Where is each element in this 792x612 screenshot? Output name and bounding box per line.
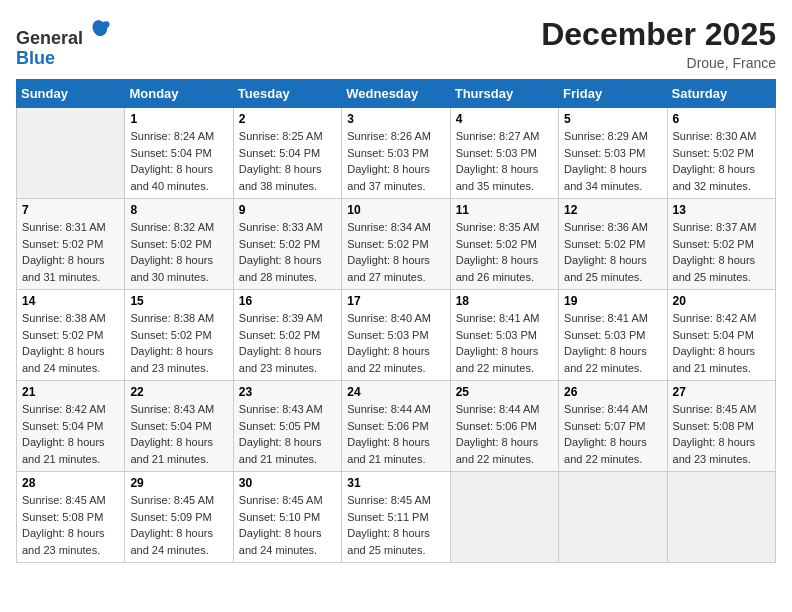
day-number: 17 bbox=[347, 294, 444, 308]
day-number: 26 bbox=[564, 385, 661, 399]
day-info: Sunrise: 8:31 AMSunset: 5:02 PMDaylight:… bbox=[22, 219, 119, 285]
week-row-4: 21Sunrise: 8:42 AMSunset: 5:04 PMDayligh… bbox=[17, 381, 776, 472]
day-info: Sunrise: 8:39 AMSunset: 5:02 PMDaylight:… bbox=[239, 310, 336, 376]
day-info: Sunrise: 8:40 AMSunset: 5:03 PMDaylight:… bbox=[347, 310, 444, 376]
day-cell: 1Sunrise: 8:24 AMSunset: 5:04 PMDaylight… bbox=[125, 108, 233, 199]
day-info: Sunrise: 8:37 AMSunset: 5:02 PMDaylight:… bbox=[673, 219, 770, 285]
day-info: Sunrise: 8:30 AMSunset: 5:02 PMDaylight:… bbox=[673, 128, 770, 194]
logo-blue: Blue bbox=[16, 48, 55, 68]
day-info: Sunrise: 8:35 AMSunset: 5:02 PMDaylight:… bbox=[456, 219, 553, 285]
calendar-table: SundayMondayTuesdayWednesdayThursdayFrid… bbox=[16, 79, 776, 563]
day-cell: 13Sunrise: 8:37 AMSunset: 5:02 PMDayligh… bbox=[667, 199, 775, 290]
day-cell: 11Sunrise: 8:35 AMSunset: 5:02 PMDayligh… bbox=[450, 199, 558, 290]
day-info: Sunrise: 8:44 AMSunset: 5:07 PMDaylight:… bbox=[564, 401, 661, 467]
day-cell: 4Sunrise: 8:27 AMSunset: 5:03 PMDaylight… bbox=[450, 108, 558, 199]
day-cell: 20Sunrise: 8:42 AMSunset: 5:04 PMDayligh… bbox=[667, 290, 775, 381]
day-number: 3 bbox=[347, 112, 444, 126]
day-cell: 16Sunrise: 8:39 AMSunset: 5:02 PMDayligh… bbox=[233, 290, 341, 381]
day-cell: 21Sunrise: 8:42 AMSunset: 5:04 PMDayligh… bbox=[17, 381, 125, 472]
day-number: 19 bbox=[564, 294, 661, 308]
day-number: 28 bbox=[22, 476, 119, 490]
day-cell: 3Sunrise: 8:26 AMSunset: 5:03 PMDaylight… bbox=[342, 108, 450, 199]
day-cell: 17Sunrise: 8:40 AMSunset: 5:03 PMDayligh… bbox=[342, 290, 450, 381]
day-number: 30 bbox=[239, 476, 336, 490]
day-cell bbox=[17, 108, 125, 199]
logo: General Blue bbox=[16, 16, 113, 69]
week-row-3: 14Sunrise: 8:38 AMSunset: 5:02 PMDayligh… bbox=[17, 290, 776, 381]
day-cell: 24Sunrise: 8:44 AMSunset: 5:06 PMDayligh… bbox=[342, 381, 450, 472]
day-info: Sunrise: 8:45 AMSunset: 5:11 PMDaylight:… bbox=[347, 492, 444, 558]
day-info: Sunrise: 8:42 AMSunset: 5:04 PMDaylight:… bbox=[673, 310, 770, 376]
day-number: 22 bbox=[130, 385, 227, 399]
day-number: 4 bbox=[456, 112, 553, 126]
day-number: 16 bbox=[239, 294, 336, 308]
day-number: 10 bbox=[347, 203, 444, 217]
day-number: 13 bbox=[673, 203, 770, 217]
title-area: December 2025 Droue, France bbox=[541, 16, 776, 71]
day-cell: 23Sunrise: 8:43 AMSunset: 5:05 PMDayligh… bbox=[233, 381, 341, 472]
day-number: 11 bbox=[456, 203, 553, 217]
day-cell bbox=[450, 472, 558, 563]
day-cell: 10Sunrise: 8:34 AMSunset: 5:02 PMDayligh… bbox=[342, 199, 450, 290]
day-info: Sunrise: 8:38 AMSunset: 5:02 PMDaylight:… bbox=[130, 310, 227, 376]
day-number: 21 bbox=[22, 385, 119, 399]
day-info: Sunrise: 8:24 AMSunset: 5:04 PMDaylight:… bbox=[130, 128, 227, 194]
day-cell: 31Sunrise: 8:45 AMSunset: 5:11 PMDayligh… bbox=[342, 472, 450, 563]
column-header-monday: Monday bbox=[125, 80, 233, 108]
day-cell: 2Sunrise: 8:25 AMSunset: 5:04 PMDaylight… bbox=[233, 108, 341, 199]
day-number: 12 bbox=[564, 203, 661, 217]
day-info: Sunrise: 8:38 AMSunset: 5:02 PMDaylight:… bbox=[22, 310, 119, 376]
page-header: General Blue December 2025 Droue, France bbox=[16, 16, 776, 71]
day-cell: 14Sunrise: 8:38 AMSunset: 5:02 PMDayligh… bbox=[17, 290, 125, 381]
day-info: Sunrise: 8:43 AMSunset: 5:05 PMDaylight:… bbox=[239, 401, 336, 467]
week-row-2: 7Sunrise: 8:31 AMSunset: 5:02 PMDaylight… bbox=[17, 199, 776, 290]
day-info: Sunrise: 8:45 AMSunset: 5:08 PMDaylight:… bbox=[22, 492, 119, 558]
day-info: Sunrise: 8:33 AMSunset: 5:02 PMDaylight:… bbox=[239, 219, 336, 285]
day-info: Sunrise: 8:36 AMSunset: 5:02 PMDaylight:… bbox=[564, 219, 661, 285]
logo-bird-icon bbox=[85, 16, 113, 44]
day-cell: 22Sunrise: 8:43 AMSunset: 5:04 PMDayligh… bbox=[125, 381, 233, 472]
day-number: 6 bbox=[673, 112, 770, 126]
day-number: 27 bbox=[673, 385, 770, 399]
day-info: Sunrise: 8:45 AMSunset: 5:10 PMDaylight:… bbox=[239, 492, 336, 558]
day-cell bbox=[559, 472, 667, 563]
day-cell: 28Sunrise: 8:45 AMSunset: 5:08 PMDayligh… bbox=[17, 472, 125, 563]
day-cell: 9Sunrise: 8:33 AMSunset: 5:02 PMDaylight… bbox=[233, 199, 341, 290]
day-info: Sunrise: 8:43 AMSunset: 5:04 PMDaylight:… bbox=[130, 401, 227, 467]
day-cell: 15Sunrise: 8:38 AMSunset: 5:02 PMDayligh… bbox=[125, 290, 233, 381]
week-row-5: 28Sunrise: 8:45 AMSunset: 5:08 PMDayligh… bbox=[17, 472, 776, 563]
day-info: Sunrise: 8:26 AMSunset: 5:03 PMDaylight:… bbox=[347, 128, 444, 194]
day-info: Sunrise: 8:34 AMSunset: 5:02 PMDaylight:… bbox=[347, 219, 444, 285]
day-cell: 26Sunrise: 8:44 AMSunset: 5:07 PMDayligh… bbox=[559, 381, 667, 472]
day-cell: 5Sunrise: 8:29 AMSunset: 5:03 PMDaylight… bbox=[559, 108, 667, 199]
day-info: Sunrise: 8:44 AMSunset: 5:06 PMDaylight:… bbox=[347, 401, 444, 467]
day-cell: 6Sunrise: 8:30 AMSunset: 5:02 PMDaylight… bbox=[667, 108, 775, 199]
day-number: 15 bbox=[130, 294, 227, 308]
day-number: 31 bbox=[347, 476, 444, 490]
day-number: 5 bbox=[564, 112, 661, 126]
day-cell: 8Sunrise: 8:32 AMSunset: 5:02 PMDaylight… bbox=[125, 199, 233, 290]
day-number: 25 bbox=[456, 385, 553, 399]
column-header-tuesday: Tuesday bbox=[233, 80, 341, 108]
day-number: 20 bbox=[673, 294, 770, 308]
column-header-sunday: Sunday bbox=[17, 80, 125, 108]
day-number: 24 bbox=[347, 385, 444, 399]
day-info: Sunrise: 8:25 AMSunset: 5:04 PMDaylight:… bbox=[239, 128, 336, 194]
day-number: 9 bbox=[239, 203, 336, 217]
location: Droue, France bbox=[541, 55, 776, 71]
day-info: Sunrise: 8:41 AMSunset: 5:03 PMDaylight:… bbox=[456, 310, 553, 376]
month-title: December 2025 bbox=[541, 16, 776, 53]
day-info: Sunrise: 8:27 AMSunset: 5:03 PMDaylight:… bbox=[456, 128, 553, 194]
day-number: 29 bbox=[130, 476, 227, 490]
day-cell: 7Sunrise: 8:31 AMSunset: 5:02 PMDaylight… bbox=[17, 199, 125, 290]
day-number: 23 bbox=[239, 385, 336, 399]
day-number: 7 bbox=[22, 203, 119, 217]
day-cell: 25Sunrise: 8:44 AMSunset: 5:06 PMDayligh… bbox=[450, 381, 558, 472]
column-header-saturday: Saturday bbox=[667, 80, 775, 108]
day-cell: 27Sunrise: 8:45 AMSunset: 5:08 PMDayligh… bbox=[667, 381, 775, 472]
column-header-thursday: Thursday bbox=[450, 80, 558, 108]
day-info: Sunrise: 8:45 AMSunset: 5:08 PMDaylight:… bbox=[673, 401, 770, 467]
day-cell: 12Sunrise: 8:36 AMSunset: 5:02 PMDayligh… bbox=[559, 199, 667, 290]
day-cell: 29Sunrise: 8:45 AMSunset: 5:09 PMDayligh… bbox=[125, 472, 233, 563]
day-cell: 18Sunrise: 8:41 AMSunset: 5:03 PMDayligh… bbox=[450, 290, 558, 381]
